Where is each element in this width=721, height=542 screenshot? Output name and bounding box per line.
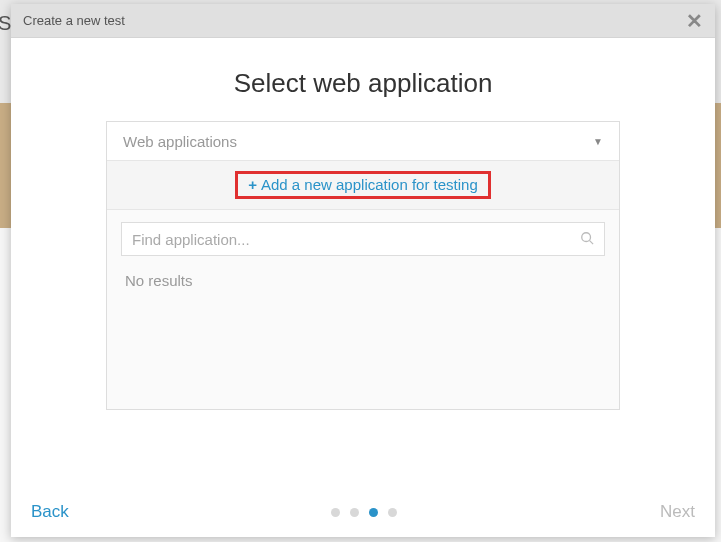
next-button[interactable]: Next xyxy=(660,502,695,522)
step-indicator xyxy=(331,508,397,517)
plus-icon: + xyxy=(248,176,257,193)
highlight-box: +Add a new application for testing xyxy=(235,171,491,199)
step-dot-3 xyxy=(369,508,378,517)
search-input[interactable] xyxy=(132,231,580,248)
create-test-modal: Create a new test ✕ Select web applicati… xyxy=(11,4,715,537)
step-dot-2 xyxy=(350,508,359,517)
page-title: Select web application xyxy=(234,68,493,99)
dropdown-toggle[interactable]: Web applications ▼ xyxy=(107,122,619,160)
add-application-row: +Add a new application for testing xyxy=(107,160,619,210)
add-application-label: Add a new application for testing xyxy=(261,176,478,193)
modal-header: Create a new test ✕ xyxy=(11,4,715,38)
back-button[interactable]: Back xyxy=(31,502,69,522)
no-results-text: No results xyxy=(125,272,193,289)
step-dot-4 xyxy=(388,508,397,517)
svg-line-1 xyxy=(590,240,594,244)
application-select: Web applications ▼ +Add a new applicatio… xyxy=(106,121,620,410)
add-application-link[interactable]: +Add a new application for testing xyxy=(248,176,478,193)
caret-down-icon: ▼ xyxy=(593,136,603,147)
modal-title: Create a new test xyxy=(23,13,125,28)
modal-footer: Back Next xyxy=(11,487,715,537)
dropdown-label: Web applications xyxy=(123,133,237,150)
search-icon xyxy=(580,231,594,248)
results-area: No results xyxy=(107,268,619,409)
search-area xyxy=(107,210,619,268)
search-input-wrap xyxy=(121,222,605,256)
close-icon[interactable]: ✕ xyxy=(686,11,703,31)
svg-point-0 xyxy=(582,232,591,241)
step-dot-1 xyxy=(331,508,340,517)
modal-body: Select web application Web applications … xyxy=(11,38,715,487)
